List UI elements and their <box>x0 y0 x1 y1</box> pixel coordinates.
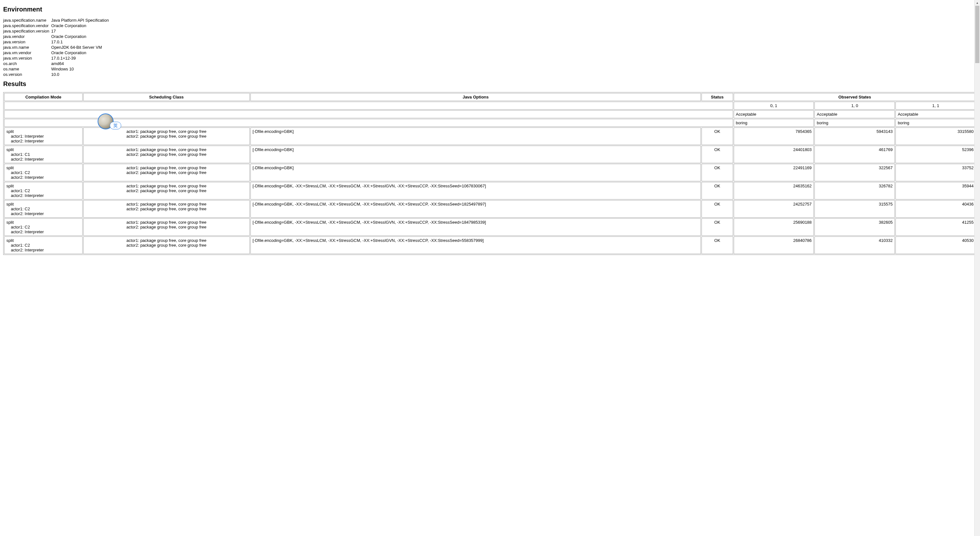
env-key: os.version <box>3 72 51 77</box>
cell-observed-0: 25690188 <box>734 218 814 236</box>
cell-java-options: [-Dfile.encoding=GBK, -XX:+StressLCM, -X… <box>250 200 701 218</box>
env-row: java.specification.vendorOracle Corporat… <box>3 23 111 29</box>
cell-observed-1: 5943143 <box>815 127 895 145</box>
cell-status: OK <box>702 200 733 218</box>
col-scheduling-class: Scheduling Class <box>83 93 250 101</box>
env-value: Java Platform API Specification <box>51 17 111 23</box>
table-row: splitactor1: C2actor2: Interpreteractor1… <box>4 164 976 181</box>
cell-observed-1: 461769 <box>815 146 895 163</box>
env-value: 10.0 <box>51 72 111 77</box>
spacer-cell <box>4 101 733 109</box>
cell-observed-0: 24252757 <box>734 200 814 218</box>
results-header-row: Compilation Mode Scheduling Class Java O… <box>4 93 976 101</box>
env-row: java.version17.0.1 <box>3 39 111 44</box>
env-value: OpenJDK 64-Bit Server VM <box>51 44 111 50</box>
boring-2: boring <box>896 119 976 127</box>
cell-observed-2: 40530 <box>896 236 976 254</box>
cell-compilation-mode: splitactor1: C2actor2: Interpreter <box>4 164 83 181</box>
observed-col-0: 0, 1 <box>734 101 814 109</box>
acceptable-row: Acceptable Acceptable Acceptable <box>4 110 976 118</box>
cell-observed-1: 326782 <box>815 182 895 200</box>
env-row: java.vm.nameOpenJDK 64-Bit Server VM <box>3 44 111 50</box>
cell-observed-2: 33752 <box>896 164 976 181</box>
cell-compilation-mode: splitactor1: C1actor2: Interpreter <box>4 146 83 163</box>
col-java-options: Java Options <box>250 93 701 101</box>
cell-observed-2: 35944 <box>896 182 976 200</box>
boring-0: boring <box>734 119 814 127</box>
cell-compilation-mode: splitactor1: C2actor2: Interpreter <box>4 182 83 200</box>
cell-observed-1: 382605 <box>815 218 895 236</box>
scroll-thumb[interactable] <box>975 6 979 63</box>
cell-java-options: [-Dfile.encoding=GBK] <box>250 127 701 145</box>
cell-scheduling-class: actor1: package group free, core group f… <box>83 236 250 254</box>
env-row: os.nameWindows 10 <box>3 66 111 72</box>
cell-status: OK <box>702 146 733 163</box>
cell-observed-2: 41255 <box>896 218 976 236</box>
table-row: splitactor1: C1actor2: Interpreteractor1… <box>4 146 976 163</box>
observed-col-1: 1, 0 <box>815 101 895 109</box>
environment-table: java.specification.nameJava Platform API… <box>3 17 111 77</box>
cell-java-options: [-Dfile.encoding=GBK, -XX:+StressLCM, -X… <box>250 236 701 254</box>
env-value: 17.0.1+12-39 <box>51 56 111 61</box>
env-row: os.version10.0 <box>3 72 111 77</box>
cell-observed-0: 26840786 <box>734 236 814 254</box>
cell-java-options: [-Dfile.encoding=GBK] <box>250 146 701 163</box>
table-row: splitactor1: C2actor2: Interpreteractor1… <box>4 182 976 200</box>
cell-observed-0: 24401803 <box>734 146 814 163</box>
cell-observed-2: 3315580 <box>896 127 976 145</box>
scroll-up-icon[interactable]: ▲ <box>975 0 980 5</box>
acceptable-2: Acceptable <box>896 110 976 118</box>
env-value: 17 <box>51 29 111 34</box>
cell-scheduling-class: actor1: package group free, core group f… <box>83 218 250 236</box>
env-value: amd64 <box>51 61 111 66</box>
cell-observed-2: 40436 <box>896 200 976 218</box>
results-table: Compilation Mode Scheduling Class Java O… <box>3 92 977 255</box>
cell-java-options: [-Dfile.encoding=GBK] <box>250 164 701 181</box>
observed-columns-row: 0, 1 1, 0 1, 1 <box>4 101 976 109</box>
vertical-scrollbar[interactable]: ▲ <box>974 0 980 255</box>
env-key: os.name <box>3 66 51 72</box>
observed-col-2: 1, 1 <box>896 101 976 109</box>
env-row: java.vendorOracle Corporation <box>3 34 111 39</box>
cell-compilation-mode: splitactor1: C2actor2: Interpreter <box>4 218 83 236</box>
table-row: splitactor1: Interpreteractor2: Interpre… <box>4 127 976 145</box>
cell-status: OK <box>702 218 733 236</box>
cell-status: OK <box>702 182 733 200</box>
env-key: java.vm.version <box>3 56 51 61</box>
env-value: Windows 10 <box>51 66 111 72</box>
env-row: os.archamd64 <box>3 61 111 66</box>
table-row: splitactor1: C2actor2: Interpreteractor1… <box>4 218 976 236</box>
results-heading: Results <box>3 80 977 88</box>
cell-observed-1: 315575 <box>815 200 895 218</box>
env-row: java.vm.vendorOracle Corporation <box>3 50 111 56</box>
cell-scheduling-class: actor1: package group free, core group f… <box>83 127 250 145</box>
cell-status: OK <box>702 164 733 181</box>
env-key: java.vm.name <box>3 44 51 50</box>
col-observed-states: Observed States <box>734 93 976 101</box>
cell-compilation-mode: splitactor1: C2actor2: Interpreter <box>4 200 83 218</box>
col-status: Status <box>702 93 733 101</box>
env-key: java.specification.vendor <box>3 23 51 29</box>
cell-scheduling-class: actor1: package group free, core group f… <box>83 182 250 200</box>
env-key: os.arch <box>3 61 51 66</box>
env-key: java.version <box>3 39 51 44</box>
results-wrapper: Compilation Mode Scheduling Class Java O… <box>3 92 977 255</box>
boring-1: boring <box>815 119 895 127</box>
table-row: splitactor1: C2actor2: Interpreteractor1… <box>4 236 976 254</box>
env-value: Oracle Corporation <box>51 23 111 29</box>
env-row: java.vm.version17.0.1+12-39 <box>3 56 111 61</box>
cell-status: OK <box>702 127 733 145</box>
cell-compilation-mode: splitactor1: C2actor2: Interpreter <box>4 236 83 254</box>
cell-scheduling-class: actor1: package group free, core group f… <box>83 164 250 181</box>
cell-observed-1: 410332 <box>815 236 895 254</box>
environment-heading: Environment <box>3 6 977 13</box>
spacer-cell <box>4 110 733 118</box>
env-value: Oracle Corporation <box>51 50 111 56</box>
env-key: java.specification.version <box>3 29 51 34</box>
table-row: splitactor1: C2actor2: Interpreteractor1… <box>4 200 976 218</box>
cell-observed-0: 22491169 <box>734 164 814 181</box>
env-value: 17.0.1 <box>51 39 111 44</box>
cell-compilation-mode: splitactor1: Interpreteractor2: Interpre… <box>4 127 83 145</box>
cell-java-options: [-Dfile.encoding=GBK, -XX:+StressLCM, -X… <box>250 182 701 200</box>
cell-observed-2: 52396 <box>896 146 976 163</box>
